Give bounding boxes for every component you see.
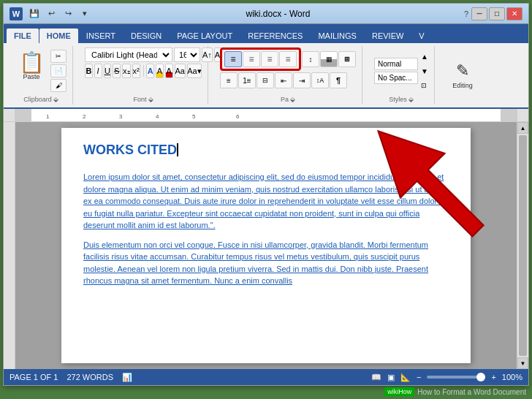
ruler-scale: 1 2 3 4 5 6	[31, 109, 501, 121]
style-normal[interactable]: Normal	[374, 58, 418, 70]
title-bar: W 💾 ↩ ↪ ▾ wiki.docx - Word ? ─ □ ✕	[4, 4, 528, 24]
para-row-bottom: ≡ 1≡ ⊟ ⇤ ⇥ ↕A ¶	[220, 72, 356, 88]
zoom-level[interactable]: 100%	[502, 373, 522, 381]
cut-button[interactable]: ✂	[50, 50, 66, 63]
tab-mailings[interactable]: MAILINGS	[311, 28, 364, 43]
zoom-plus-button[interactable]: +	[491, 373, 495, 381]
align-left-button[interactable]: ≡	[224, 51, 242, 67]
ribbon: 📋 Paste ✂ 📄 🖌 Clipboard ⬙ Calibri Ligh	[4, 43, 528, 109]
clipboard-small-buttons: ✂ 📄 🖌	[50, 50, 66, 92]
italic-button[interactable]: I	[94, 64, 102, 78]
change-case-button[interactable]: Aa▾	[187, 64, 202, 78]
font-content: Calibri Light (Headings) 16 A↑ A↓ B I U …	[85, 48, 202, 78]
styles-more-button[interactable]: ⊡	[421, 82, 428, 89]
zoom-minus-button[interactable]: −	[417, 373, 421, 381]
document-page: WORKS CITED Lorem ipsum dolor sit amet, …	[61, 128, 471, 363]
paste-button[interactable]: 📋 Paste	[15, 50, 48, 91]
style-no-spacing[interactable]: No Spac...	[374, 72, 418, 84]
word-count-status: 272 WORDS	[66, 373, 113, 381]
alignment-highlight-box: ≡ ≡ ≡ ≡	[220, 48, 301, 71]
align-right-button[interactable]: ≡	[261, 51, 278, 67]
text-highlight-button[interactable]: A	[156, 64, 164, 78]
format-painter-button[interactable]: 🖌	[50, 79, 66, 92]
font-color-button[interactable]: A	[165, 64, 173, 78]
shading-button[interactable]: ▦	[320, 51, 338, 67]
para-content: ≡ ≡ ≡ ≡ ↕ ▦ ⊞ ≡ 1≡ ⊟ ⇤ ⇥ ↕A ¶	[220, 48, 356, 88]
increase-font-button[interactable]: A↑	[202, 48, 213, 62]
increase-indent-button[interactable]: ⇥	[293, 72, 311, 88]
font-row1: Calibri Light (Headings) 16 A↑ A↓	[85, 48, 202, 62]
tab-home[interactable]: HOME	[39, 28, 78, 43]
para-label: Pa ⬙	[281, 94, 295, 103]
page-status: PAGE 1 OF 1	[10, 373, 58, 381]
ribbon-tabs: FILE HOME INSERT DESIGN PAGE LAYOUT REFE…	[4, 24, 528, 43]
editing-label: Editing	[452, 82, 473, 89]
text-effects-button[interactable]: A	[146, 64, 154, 78]
decrease-indent-button[interactable]: ⇤	[275, 72, 292, 88]
tab-v[interactable]: V	[411, 28, 431, 43]
sort-button[interactable]: ↕A	[311, 72, 329, 88]
paste-icon: 📋	[19, 53, 45, 73]
styles-down-button[interactable]: ▼	[421, 67, 428, 75]
superscript-button[interactable]: x²	[132, 64, 140, 78]
tab-page-layout[interactable]: PAGE LAYOUT	[170, 28, 240, 43]
editing-group: ✎ Editing	[441, 46, 484, 104]
zoom-slider[interactable]	[427, 376, 485, 379]
styles-content: Normal No Spac... ▲ ▼ ⊡	[374, 48, 428, 94]
strikethrough-button[interactable]: S	[113, 64, 121, 78]
borders-button[interactable]: ⊞	[338, 51, 356, 67]
view-read-button[interactable]: 📖	[371, 373, 381, 382]
font-dialog-icon[interactable]: ⬙	[148, 96, 153, 103]
word-count-text: 272 WORDS	[66, 373, 113, 381]
ruler-scroll-placeholder	[517, 109, 528, 121]
numbering-button[interactable]: 1≡	[238, 72, 256, 88]
redo-qat-button[interactable]: ↪	[61, 7, 75, 20]
tab-references[interactable]: REFERENCES	[240, 28, 310, 43]
customize-qat-button[interactable]: ▾	[77, 7, 92, 20]
ruler-right-margin	[501, 109, 517, 121]
underline-button[interactable]: U	[104, 64, 112, 78]
clear-formatting-button[interactable]: Aa	[175, 64, 186, 78]
bullets-button[interactable]: ≡	[220, 72, 238, 88]
close-button[interactable]: ✕	[506, 7, 522, 20]
styles-dialog-icon[interactable]: ⬙	[408, 96, 414, 103]
para-dialog-icon[interactable]: ⬙	[290, 96, 295, 103]
undo-qat-button[interactable]: ↩	[44, 7, 58, 20]
scroll-right[interactable]: ▲ ▼	[517, 122, 528, 369]
styles-up-button[interactable]: ▲	[421, 53, 428, 61]
help-button[interactable]: ?	[464, 10, 468, 18]
tab-design[interactable]: DESIGN	[123, 28, 169, 43]
subscript-button[interactable]: x₂	[122, 64, 131, 78]
copy-button[interactable]: 📄	[50, 64, 66, 77]
scroll-thumb[interactable]	[519, 135, 527, 356]
tab-file[interactable]: FILE	[7, 28, 39, 43]
align-justify-button[interactable]: ≡	[279, 51, 297, 67]
styles-list: Normal No Spac...	[374, 58, 418, 84]
para-label-text: Pa	[281, 96, 289, 103]
maximize-button[interactable]: □	[489, 7, 505, 20]
paragraph-1: Lorem ipsum dolor sit amet, consectetur …	[83, 171, 449, 232]
ruler: 1 2 3 4 5 6	[4, 109, 528, 122]
font-row2: B I U S x₂ x² A A A Aa Aa▾	[85, 64, 202, 78]
scroll-up-button[interactable]: ▲	[517, 122, 528, 134]
font-label-text: Font	[133, 96, 146, 103]
font-name-select[interactable]: Calibri Light (Headings)	[85, 48, 172, 62]
styles-group: Normal No Spac... ▲ ▼ ⊡ Styles ⬙	[368, 46, 435, 104]
tab-insert[interactable]: INSERT	[79, 28, 123, 43]
line-spacing-button[interactable]: ↕	[302, 51, 319, 67]
scroll-down-button[interactable]: ▼	[517, 357, 528, 369]
align-center-button[interactable]: ≡	[243, 51, 260, 67]
save-qat-button[interactable]: 💾	[27, 7, 42, 20]
editing-button[interactable]: ✎ Editing	[446, 55, 479, 96]
font-size-select[interactable]: 16	[174, 48, 200, 62]
font-label: Font ⬙	[133, 94, 153, 103]
minimize-button[interactable]: ─	[471, 7, 487, 20]
tab-review[interactable]: REVIEW	[365, 28, 411, 43]
multilevel-list-button[interactable]: ⊟	[256, 72, 274, 88]
clipboard-dialog-icon[interactable]: ⬙	[53, 96, 58, 103]
status-bar: PAGE 1 OF 1 272 WORDS 📊 📖 ▣ 📐 − + 100%	[4, 369, 528, 385]
view-web-button[interactable]: 📐	[400, 373, 411, 382]
bold-button[interactable]: B	[85, 64, 93, 78]
show-marks-button[interactable]: ¶	[330, 72, 347, 88]
view-print-button[interactable]: ▣	[387, 373, 395, 382]
